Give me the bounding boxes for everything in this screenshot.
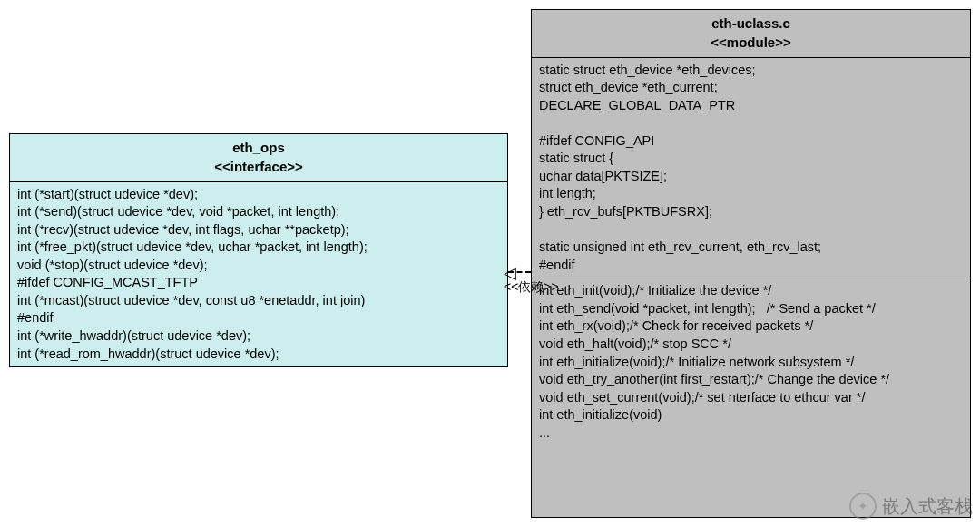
module-body-2: int eth_init(void);/* Initialize the dev… [532, 278, 970, 445]
module-stereotype: <<module>> [532, 34, 970, 57]
interface-body: int (*start)(struct udevice *dev); int (… [10, 182, 507, 367]
interface-box: eth_ops <<interface>> int (*start)(struc… [9, 133, 508, 367]
interface-title: eth_ops [10, 134, 507, 159]
dependency-label: <<依赖>> [504, 279, 559, 296]
module-body-1: static struct eth_device *eth_devices; s… [532, 58, 970, 278]
module-box: eth-uclass.c <<module>> static struct et… [531, 9, 971, 518]
module-title: eth-uclass.c [532, 10, 970, 34]
interface-stereotype: <<interface>> [10, 159, 507, 181]
